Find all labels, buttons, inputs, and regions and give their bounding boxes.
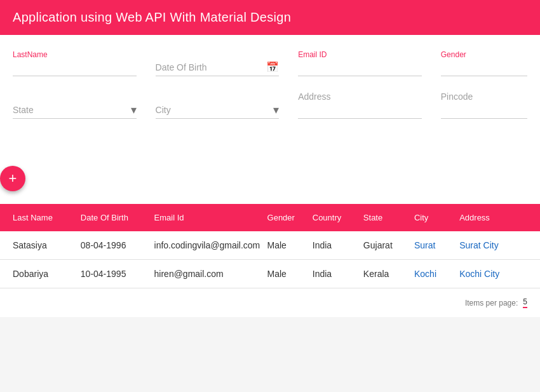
dob-placeholder: Date Of Birth — [156, 62, 207, 72]
cell-country: India — [313, 240, 363, 250]
cell-lastname: Satasiya — [13, 240, 81, 250]
app-title: Application using Web API With Material … — [13, 10, 291, 24]
table-header: Last Name Date Of Birth Email Id Gender … — [0, 204, 540, 231]
dob-input-wrapper[interactable]: Date Of Birth 📅 — [156, 58, 280, 76]
gender-label: Gender — [441, 50, 527, 59]
state-dropdown-arrow: ▾ — [131, 104, 137, 116]
add-icon: + — [9, 170, 17, 187]
gender-field: Gender — [441, 50, 527, 76]
form-row-1: LastName Date Of Birth 📅 Email ID Gender — [13, 50, 527, 76]
cell-email: hiren@gmail.com — [154, 269, 267, 279]
lastname-field: LastName — [13, 50, 137, 76]
form-area: LastName Date Of Birth 📅 Email ID Gender… — [0, 35, 540, 153]
pincode-field: Pincode — [441, 91, 527, 119]
city-select[interactable]: City ▾ — [156, 102, 280, 119]
email-label: Email ID — [298, 50, 422, 59]
col-header-email: Email Id — [154, 213, 267, 222]
cell-gender: Male — [267, 240, 313, 250]
cell-country: India — [313, 269, 363, 279]
table-section: Last Name Date Of Birth Email Id Gender … — [0, 204, 540, 317]
cell-address: Kochi City — [459, 269, 527, 279]
table-row: Dobariya10-04-1995hiren@gmail.comMaleInd… — [0, 260, 540, 288]
calendar-icon: 📅 — [266, 61, 279, 73]
address-input[interactable] — [298, 103, 422, 119]
fab-area: + — [0, 153, 540, 204]
lastname-input[interactable] — [13, 60, 137, 76]
form-row-2: State ▾ City ▾ Address Pincode — [13, 91, 527, 119]
dob-field: Date Of Birth 📅 — [156, 58, 280, 76]
cell-city: Kochi — [414, 269, 459, 279]
col-header-dob: Date Of Birth — [81, 213, 154, 222]
cell-dob: 10-04-1995 — [81, 269, 154, 279]
app-header: Application using Web API With Material … — [0, 0, 540, 35]
address-field: Address — [298, 91, 422, 119]
col-header-address: Address — [459, 213, 527, 222]
cell-dob: 08-04-1996 — [81, 240, 154, 250]
gender-input[interactable] — [441, 60, 527, 76]
cell-address: Surat City — [459, 240, 527, 250]
state-dropdown-field: State ▾ — [13, 102, 137, 119]
cell-city: Surat — [414, 240, 459, 250]
state-label: State — [13, 105, 34, 115]
add-fab-button[interactable]: + — [0, 166, 25, 191]
address-label: Address — [298, 91, 422, 102]
col-header-state: State — [363, 213, 414, 222]
pincode-label: Pincode — [441, 91, 527, 102]
col-header-city: City — [414, 213, 459, 222]
cell-email: info.codingvila@gmail.com — [154, 240, 267, 250]
cell-state: Gujarat — [363, 240, 414, 250]
col-header-gender: Gender — [267, 213, 313, 222]
state-select[interactable]: State ▾ — [13, 102, 137, 119]
city-label: City — [156, 105, 171, 115]
city-dropdown-field: City ▾ — [156, 102, 280, 119]
pagination-label: Items per page: — [465, 299, 518, 308]
table-row: Satasiya08-04-1996info.codingvila@gmail.… — [0, 231, 540, 260]
pincode-input[interactable] — [441, 103, 527, 119]
pagination-count: 5 — [523, 297, 527, 308]
email-field: Email ID — [298, 50, 422, 76]
cell-lastname: Dobariya — [13, 269, 81, 279]
cell-state: Kerala — [363, 269, 414, 279]
col-header-lastname: Last Name — [13, 213, 81, 222]
email-input[interactable] — [298, 60, 422, 76]
lastname-label: LastName — [13, 50, 137, 59]
table-body: Satasiya08-04-1996info.codingvila@gmail.… — [0, 231, 540, 288]
col-header-country: Country — [313, 213, 363, 222]
city-dropdown-arrow: ▾ — [273, 104, 279, 116]
cell-gender: Male — [267, 269, 313, 279]
pagination-area: Items per page: 5 — [0, 288, 540, 317]
